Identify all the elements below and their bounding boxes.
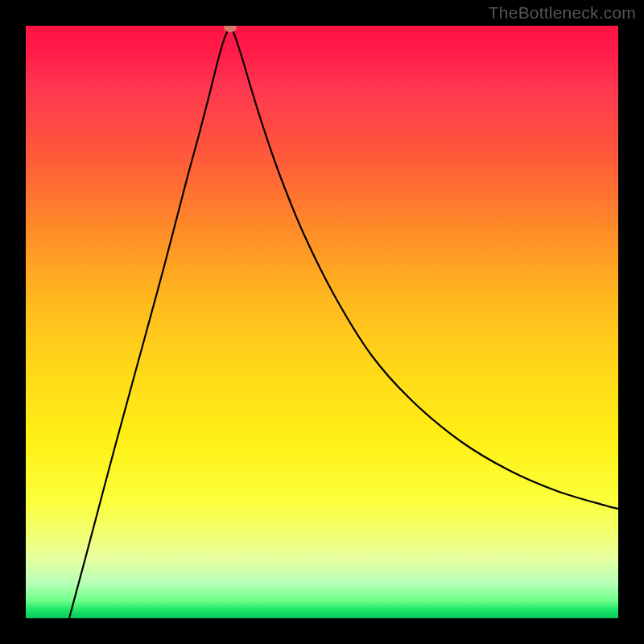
curve-svg <box>26 26 618 618</box>
bottleneck-curve <box>69 27 618 618</box>
watermark-label: TheBottleneck.com <box>489 3 636 23</box>
plot-area <box>26 26 618 618</box>
